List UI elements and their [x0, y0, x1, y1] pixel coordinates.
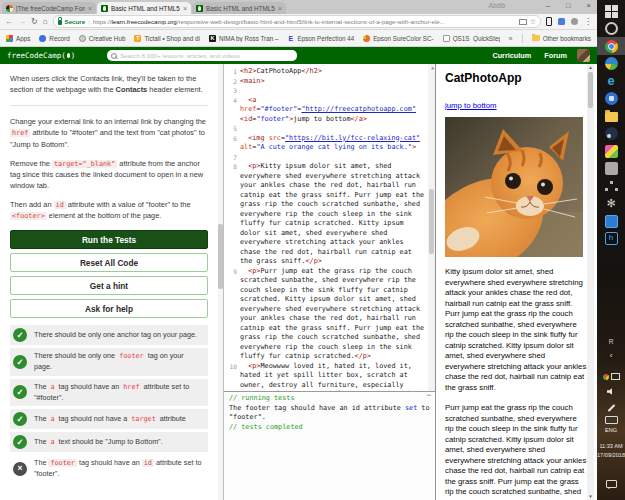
code-token: <p> — [248, 362, 260, 370]
blue-circle-icon — [39, 35, 46, 42]
bookmark-item[interactable]: Record — [39, 35, 69, 42]
preview-heading: CatPhotoApp — [445, 71, 583, 85]
taskbar-browser-globe[interactable] — [597, 55, 625, 73]
taskbar-edge[interactable]: e — [597, 72, 625, 90]
code-text — [240, 124, 435, 134]
tab-close-icon[interactable]: × — [88, 5, 92, 12]
action-center-icon[interactable] — [597, 474, 625, 492]
phone-extension-icon[interactable] — [546, 17, 552, 26]
bookmarks-overflow-chevron[interactable]: » — [509, 34, 513, 43]
taskbar-network-app[interactable] — [597, 177, 625, 195]
address-bar[interactable]: Secure | https://learn.freecodecamp.org/… — [53, 15, 541, 28]
globe-extension-icon[interactable] — [571, 18, 578, 25]
scrollbar-thumb[interactable] — [429, 189, 434, 254]
challenge-instructions-panel: When users click the Contacts link, they… — [0, 64, 224, 500]
other-bookmarks-folder[interactable]: Other bookmarks — [532, 35, 591, 42]
maximize-button[interactable]: □ — [566, 1, 571, 10]
preview-scrollbar[interactable]: ▲ ▼ — [587, 64, 594, 500]
inline-code: href — [121, 383, 141, 391]
toolbar-extension-icons: ⋮ — [546, 17, 592, 26]
browser-tab[interactable]: Basic HTML and HTML5× — [97, 2, 191, 14]
tab-close-icon[interactable]: × — [278, 5, 282, 12]
forward-button[interactable]: → — [18, 18, 26, 26]
close-button[interactable]: × — [587, 1, 591, 10]
fcc-logo[interactable]: freeCodeCamp() — [7, 51, 75, 60]
language-indicator[interactable]: ENG — [597, 427, 625, 434]
clock-date[interactable]: 17/09/2018 — [597, 452, 625, 459]
preview-paragraph: Kitty ipsum dolor sit amet, shed everywh… — [445, 267, 587, 393]
chrome-tray-icon[interactable] — [603, 374, 609, 380]
home-button[interactable]: ⌂ — [43, 18, 48, 26]
minimize-button[interactable]: – — [546, 1, 550, 10]
taskbar-chrome[interactable] — [597, 37, 625, 55]
browser-tab[interactable]: Basic HTML and HTML5× — [192, 2, 286, 14]
taskbar-flower-app[interactable]: ✻ — [597, 195, 625, 213]
send-to-device-icon[interactable] — [519, 19, 527, 25]
fcc-search-input[interactable]: Search 8,000+ lessons, articles, and vid… — [107, 50, 297, 61]
bookmark-item[interactable]: Epson SureColor SC- — [363, 35, 434, 42]
bookmark-item[interactable]: Creative Hub — [79, 35, 126, 42]
reload-button[interactable]: ↻ — [31, 18, 38, 26]
console-minimize-icon[interactable]: — — [427, 391, 431, 401]
jump-to-bottom-link[interactable]: jump to bottom — [445, 101, 497, 110]
tray-app-icon[interactable]: R — [597, 338, 625, 345]
nav-item-curriculum[interactable]: Curriculum — [492, 51, 531, 60]
avatar[interactable] — [577, 49, 590, 62]
taskbar-grey-app[interactable] — [597, 160, 625, 178]
editor-scrollbar[interactable]: ▲ — [428, 64, 435, 391]
tab-close-icon[interactable]: × — [183, 5, 187, 12]
text-run: There should be only one anchor tag on y… — [34, 330, 197, 339]
cat-photo — [445, 117, 583, 257]
reset-all-code-button[interactable]: Reset All Code — [10, 253, 208, 272]
taskbar-file-explorer[interactable] — [597, 107, 625, 125]
browser-tab[interactable]: [The freeCodeCamp Foru× — [2, 2, 96, 14]
code-editor-panel[interactable]: 1<h2>CatPhotoApp</h2>2<main>34 <a href="… — [224, 64, 436, 500]
taskbar-blue-app[interactable] — [597, 212, 625, 230]
code-line: 2<main> — [224, 77, 435, 87]
code-area[interactable]: 1<h2>CatPhotoApp</h2>2<main>34 <a href="… — [224, 64, 435, 391]
bookmarks-bar: AppsRecordCreative HubTTictail • Shop an… — [0, 30, 597, 47]
code-token: The footer tag should have an id attribu… — [229, 404, 405, 412]
bookmark-item[interactable]: TTictail • Shop and di — [134, 35, 200, 42]
scrollbar-thumb[interactable] — [588, 72, 593, 108]
ask-for-help-button[interactable]: Ask for help — [10, 299, 208, 318]
code-token: <main> — [240, 77, 265, 85]
line-number: 4 — [224, 96, 240, 106]
instructions-scrollbar[interactable] — [218, 64, 223, 500]
scroll-down-icon[interactable]: ▼ — [587, 494, 594, 499]
code-text: <img src="https://bit.ly/fcc-relaxing-ca… — [240, 134, 435, 153]
get-a-hint-button[interactable]: Get a hint — [10, 276, 208, 295]
monitor-tray-icon[interactable] — [611, 373, 620, 380]
hidden-icons-chevron[interactable]: ‹ — [597, 351, 625, 360]
logo-paren-close: ) — [71, 51, 76, 60]
bookmark-item[interactable]: Apps — [6, 35, 30, 42]
text-run: tag should have an — [56, 382, 121, 391]
bookmark-star-icon[interactable]: ☆ — [530, 18, 536, 26]
touch-keyboard-icon[interactable] — [597, 410, 625, 428]
test-text: There should be only one anchor tag on y… — [34, 330, 202, 340]
taskbar-steam[interactable] — [597, 125, 625, 143]
bookmark-item[interactable]: QS1S_QuickStep Sty — [443, 35, 500, 42]
taskbar-photos[interactable] — [597, 90, 625, 108]
bookmark-item[interactable]: EEpson Perfection 44 — [287, 35, 354, 42]
text-run: attribute with a value of "footer" to th… — [66, 200, 191, 209]
code-token: alt — [240, 143, 252, 151]
taskbar-paint-app[interactable] — [597, 142, 625, 160]
bookmark-item[interactable]: KNIMA by Ross Tran – — [209, 35, 279, 42]
blue-extension-icon[interactable] — [558, 18, 565, 25]
taskbar-settings[interactable] — [597, 20, 625, 38]
code-token: </h2> — [301, 67, 321, 75]
back-button[interactable]: ← — [5, 18, 13, 26]
code-text: <p>Kitty ipsum dolor sit amet, shed ever… — [240, 162, 435, 267]
run-tests-button[interactable]: Run the Tests — [10, 230, 208, 249]
clock-time[interactable]: 11:33 AM — [597, 443, 625, 450]
scrollbar-thumb[interactable] — [218, 224, 223, 289]
browser-menu-icon[interactable]: ⋮ — [584, 17, 592, 26]
url-text: https://learn.freecodecamp.org/responsiv… — [93, 18, 445, 25]
scroll-up-icon[interactable]: ▲ — [431, 65, 434, 70]
nav-item-forum[interactable]: Forum — [544, 51, 567, 60]
taskbar-handbrake[interactable]: h — [597, 230, 625, 248]
taskbar-windows-start[interactable] — [597, 2, 625, 20]
line-number: 10 — [224, 362, 240, 372]
scroll-up-icon[interactable]: ▲ — [587, 65, 594, 70]
